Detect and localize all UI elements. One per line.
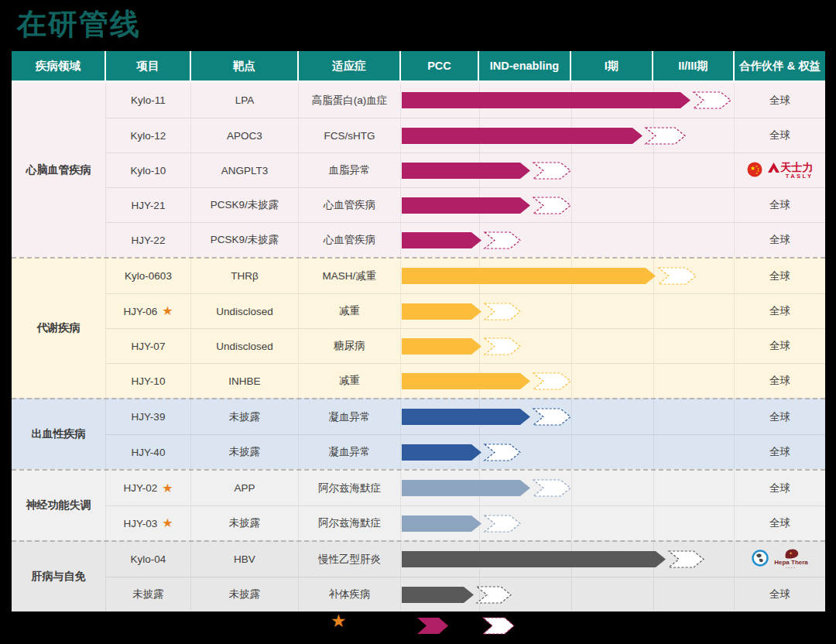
stage-lane bbox=[401, 506, 735, 540]
group-cardiovascular: 心脑血管疾病 Kylo-11 LPA 高脂蛋白(a)血症 全球 Kylo-12 … bbox=[12, 83, 825, 257]
table-row: HJY-39 未披露 凝血异常 全球 bbox=[106, 399, 825, 434]
stage-lane bbox=[401, 188, 735, 222]
project-name: 未披露 bbox=[132, 587, 164, 601]
header-target: 靶点 bbox=[191, 51, 299, 80]
project-cell: HJY-40 bbox=[106, 435, 191, 469]
indication-cell: 糖尿病 bbox=[299, 329, 401, 363]
project-name: HJY-03 bbox=[123, 518, 157, 529]
indication-cell: 凝血异常 bbox=[299, 435, 401, 469]
globe-icon bbox=[752, 550, 769, 569]
stage-bar bbox=[402, 435, 522, 470]
stage-bar bbox=[402, 506, 522, 541]
hepathera-mark-icon: ✦ bbox=[783, 549, 799, 559]
header-phase1: I期 bbox=[571, 51, 653, 80]
table-row: HJY-40 未披露 凝血异常 全球 bbox=[106, 434, 825, 469]
group-metabolic: 代谢疾病 Kylo-0603 THRβ MASH/减重 全球 HJY-06★ U… bbox=[12, 257, 825, 398]
table-row: HJY-21 PCSK9/未披露 心血管疾病 全球 bbox=[106, 187, 825, 222]
header-partner: 合作伙伴 & 权益 bbox=[735, 51, 825, 80]
project-cell: Kylo-04 bbox=[106, 542, 191, 577]
partner-cell: 全球 bbox=[735, 435, 825, 469]
stage-lane bbox=[401, 542, 735, 577]
project-cell: Kylo-12 bbox=[106, 118, 191, 152]
target-cell: 未披露 bbox=[191, 577, 299, 611]
area-label: 肝病与自免 bbox=[12, 542, 106, 611]
stage-bar bbox=[402, 577, 513, 612]
slide: 在研管线 疾病领域 项目 靶点 适应症 PCC IND-enabling I期 … bbox=[0, 0, 836, 644]
tasly-mark-icon bbox=[768, 163, 779, 173]
partner-cell: 全球 bbox=[735, 329, 825, 363]
indication-cell: 减重 bbox=[299, 294, 401, 328]
indication-cell: FCS/sHTG bbox=[299, 118, 401, 152]
partner-cell: ★★★★★ 天士力 TASLY bbox=[735, 153, 825, 187]
hepathera-logo: ✦ Hepa Thera ▪▪▪▪ bbox=[774, 549, 808, 570]
project-star-icon: ★ bbox=[162, 305, 173, 317]
page-title: 在研管线 bbox=[17, 5, 141, 44]
target-cell: HBV bbox=[191, 542, 299, 577]
table-row: HJY-02★ APP 阿尔兹海默症 全球 bbox=[106, 471, 825, 505]
target-cell: THRβ bbox=[191, 259, 299, 293]
group-neurological: 神经功能失调 HJY-02★ APP 阿尔兹海默症 全球 HJY-03★ 未披露… bbox=[12, 469, 825, 540]
project-name: HJY-06 bbox=[123, 306, 157, 317]
stage-bar bbox=[402, 364, 573, 399]
target-cell: 未披露 bbox=[191, 506, 299, 540]
stage-lane bbox=[401, 294, 735, 328]
stage-lane bbox=[401, 118, 735, 152]
project-cell: Kylo-10 bbox=[106, 153, 191, 187]
stage-bar bbox=[402, 118, 687, 153]
project-name: Kylo-10 bbox=[131, 165, 166, 176]
tasly-logo: 天士力 TASLY bbox=[768, 162, 814, 180]
area-label: 代谢疾病 bbox=[12, 259, 106, 398]
project-name: Kylo-0603 bbox=[125, 270, 172, 282]
stage-bar bbox=[402, 153, 573, 188]
svg-text:★: ★ bbox=[755, 172, 758, 175]
indication-cell: 血脂异常 bbox=[299, 153, 401, 187]
table-row: Kylo-10 ANGPLT3 血脂异常 ★★★★★ 天士力 TASLY bbox=[106, 152, 825, 187]
project-name: Kylo-04 bbox=[131, 553, 166, 565]
partner-cell: 全球 bbox=[735, 506, 825, 540]
project-name: HJY-10 bbox=[132, 375, 166, 387]
partner-cell: 全球 bbox=[735, 118, 825, 152]
table-row: HJY-22 PCSK9/未披露 心血管疾病 全球 bbox=[106, 222, 825, 257]
table-row: Kylo-12 APOC3 FCS/sHTG 全球 bbox=[106, 118, 825, 152]
project-cell: HJY-39 bbox=[106, 399, 191, 434]
legend-dashed-arrow-icon bbox=[482, 617, 515, 638]
target-cell: Undisclosed bbox=[191, 329, 299, 363]
stage-lane bbox=[401, 83, 735, 118]
stage-bar bbox=[402, 294, 522, 329]
target-cell: INHBE bbox=[191, 364, 299, 398]
target-cell: ANGPLT3 bbox=[191, 153, 299, 187]
stage-lane bbox=[401, 364, 735, 398]
stage-bar bbox=[402, 259, 698, 293]
table-row: 未披露 未披露 补体疾病 全球 bbox=[106, 577, 825, 611]
target-cell: APP bbox=[191, 471, 299, 505]
header-disease-area: 疾病领域 bbox=[12, 51, 106, 80]
table-row: Kylo-11 LPA 高脂蛋白(a)血症 全球 bbox=[106, 83, 825, 118]
header-indication: 适应症 bbox=[299, 51, 401, 80]
project-name: HJY-22 bbox=[132, 235, 166, 246]
project-cell: 未披露 bbox=[106, 577, 191, 611]
indication-cell: 阿尔兹海默症 bbox=[299, 506, 401, 540]
indication-cell: 补体疾病 bbox=[299, 577, 401, 611]
project-name: HJY-39 bbox=[132, 411, 166, 423]
indication-cell: 心血管疾病 bbox=[299, 223, 401, 257]
stage-lane bbox=[401, 399, 735, 434]
stage-bar bbox=[402, 83, 733, 118]
project-cell: HJY-07 bbox=[106, 329, 191, 363]
partner-cell: 全球 bbox=[735, 83, 825, 118]
stage-bar bbox=[402, 329, 522, 364]
header-pcc: PCC bbox=[401, 51, 479, 80]
stage-bar bbox=[402, 399, 573, 434]
indication-cell: 阿尔兹海默症 bbox=[299, 471, 401, 505]
project-star-icon: ★ bbox=[162, 482, 173, 495]
target-cell: Undisclosed bbox=[191, 294, 299, 328]
project-cell: HJY-10 bbox=[106, 364, 191, 398]
indication-cell: 慢性乙型肝炎 bbox=[299, 542, 401, 577]
project-name: HJY-02 bbox=[123, 482, 157, 494]
table-row: HJY-06★ Undisclosed 减重 全球 bbox=[106, 293, 825, 328]
stage-lane bbox=[401, 471, 735, 505]
target-cell: LPA bbox=[191, 83, 299, 118]
table-row: HJY-07 Undisclosed 糖尿病 全球 bbox=[106, 328, 825, 363]
indication-cell: 凝血异常 bbox=[299, 399, 401, 434]
table-header-row: 疾病领域 项目 靶点 适应症 PCC IND-enabling I期 II/II… bbox=[12, 51, 825, 83]
stage-lane bbox=[401, 329, 735, 363]
